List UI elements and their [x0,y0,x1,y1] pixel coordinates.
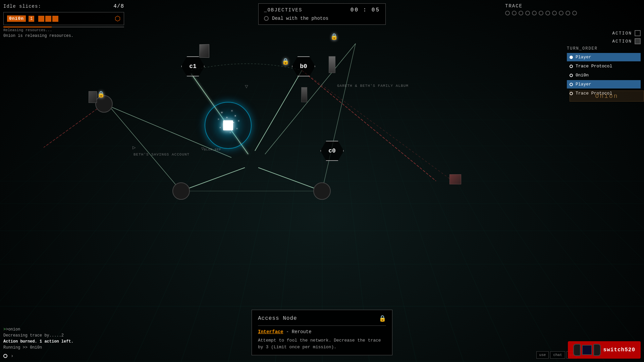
trace-dot-8 [552,11,557,15]
agent-sq-1 [38,16,44,22]
access-lock-icon: 🔒 [379,315,386,322]
trace-dot-3 [519,11,523,15]
switch-left-joycon [573,344,581,356]
turn-dot-1 [570,56,573,59]
access-node-name: Access Node [258,315,297,321]
turn-name-1: Player [576,55,591,60]
structure-top-right [329,56,335,73]
triangle-arrow-2: ▽ [201,146,204,152]
console-line-3: Action burned. 1 action left. [3,339,111,345]
objectives-header: _OBJECTIVES 00 : 05 [264,7,380,13]
objectives-title: _OBJECTIVES [264,7,302,13]
interface-action[interactable]: Reroute [292,329,312,335]
switch-logo: switch520 [568,341,641,359]
structure-bottom-right [449,174,461,184]
console-line-1: >>onion [3,326,111,333]
label-beths-savings: BETH'S SAVINGS ACCOUNT [133,153,190,157]
idle-slices-bar: Idle slices: 4/8 [3,3,124,9]
trace-title: TRACE [505,3,577,9]
action-panel: ACTION ACTION TURN_ORDER Player Trace Pr… [567,30,641,98]
objectives-panel: _OBJECTIVES 00 : 05 Deal with the photos [258,3,386,25]
turn-dot-2 [570,65,573,68]
turn-item-player-2: Player [567,80,641,88]
node-particles [215,109,241,135]
structure-right [301,87,307,102]
lock-top-right: 🔒 [330,33,338,40]
trace-dot-7 [545,11,550,15]
switch-screen [582,345,592,355]
structure-top-left [199,44,209,58]
trace-dot-10 [566,11,570,15]
switch-icon [573,344,601,356]
central-node[interactable] [208,105,248,145]
interface-separator: - [286,329,292,335]
console-line-2: Decreasing trace by.....2 [3,333,111,339]
turn-name-4: Player [576,82,591,87]
structure-left [89,91,97,103]
lock-left: 🔒 [97,90,105,98]
access-node-header: Access Node 🔒 [258,315,386,322]
action-label-2: ACTION [612,39,632,44]
turn-item-trace-protocol-1: Trace Protocol [567,62,641,70]
trace-dot-11 [572,11,577,15]
trace-dot-5 [532,11,537,15]
access-interface-line: Interface - Reroute [258,329,386,335]
trace-panel: TRACE [505,3,577,15]
console-line-4: Running >> 0ni0n [3,345,111,351]
console-dot [3,354,7,358]
switch-right-joycon [593,344,601,356]
trace-dot-6 [539,11,543,15]
node-b0[interactable]: b0 [292,56,315,76]
turn-name-2: Trace Protocol [576,64,612,69]
turn-dot-3 [570,74,573,77]
progress-bar-container [3,26,124,27]
agent-level: 1 [29,16,34,22]
chat-btn[interactable]: chat [550,351,565,359]
releasing-text: Releasing resources... [3,28,124,32]
agent-sq-3 [52,16,58,22]
hud-panel: Idle slices: 4/8 0ni0n 1 ⬡ Releasing res… [3,3,124,38]
use-btn[interactable]: use [536,351,549,359]
agent-name: 0ni0n [7,15,26,22]
turn-name-3: 0ni0n [576,73,589,78]
action-label-1: ACTION [612,31,632,36]
idle-count: 4/8 [113,3,124,9]
trace-dot-2 [512,11,517,15]
label-family-album: GARETH & BETH'S FAMILY ALBUM [337,84,409,88]
turn-item-0ni0n: 0ni0n [567,71,641,79]
access-node-divider [258,325,386,326]
agent-message: 0nion is releasing resources. [3,34,124,38]
triangle-arrow-3: ▽ [245,83,248,90]
console-arrow[interactable]: › [11,353,13,359]
turn-order-label: TURN_ORDER [567,46,641,51]
node-c1[interactable]: c1 [181,56,205,76]
action-checkbox-2[interactable] [635,38,641,44]
action-row-2: ACTION [567,38,641,44]
agent-icon: ⬡ [115,14,120,23]
onion-watermark: Onion [570,90,644,102]
access-node-panel: Access Node 🔒 Interface - Reroute Attemp… [252,310,392,355]
turn-item-player-1: Player [567,53,641,61]
agent-bar[interactable]: 0ni0n 1 ⬡ [3,12,124,25]
switch-brand-text: switch520 [603,347,635,353]
interface-label[interactable]: Interface [258,329,283,335]
progress-bar [3,26,52,27]
objective-circle [264,16,269,21]
action-checkbox-1[interactable] [635,30,641,36]
triangle-arrow-1: ▷ [132,144,136,151]
trace-dots [505,11,577,15]
action-row-1: ACTION [567,30,641,36]
turn-dot-4 [570,83,573,86]
objectives-timer: 00 : 05 [351,7,380,13]
trace-dot-9 [559,11,564,15]
trace-dot-1 [505,11,510,15]
console-panel: >>onion Decreasing trace by.....2 Action… [3,326,111,359]
objective-text: Deal with the photos [272,16,328,21]
agent-action-squares [38,16,58,22]
agent-sq-2 [45,16,51,22]
idle-slices-label: Idle slices: [3,4,41,9]
access-description: Attempt to fool the network. Decrease th… [258,337,386,350]
node-c0[interactable]: c0 [320,141,344,161]
label-blok-rep: BLOK_REP [204,148,221,152]
console-controls: › [3,353,111,359]
